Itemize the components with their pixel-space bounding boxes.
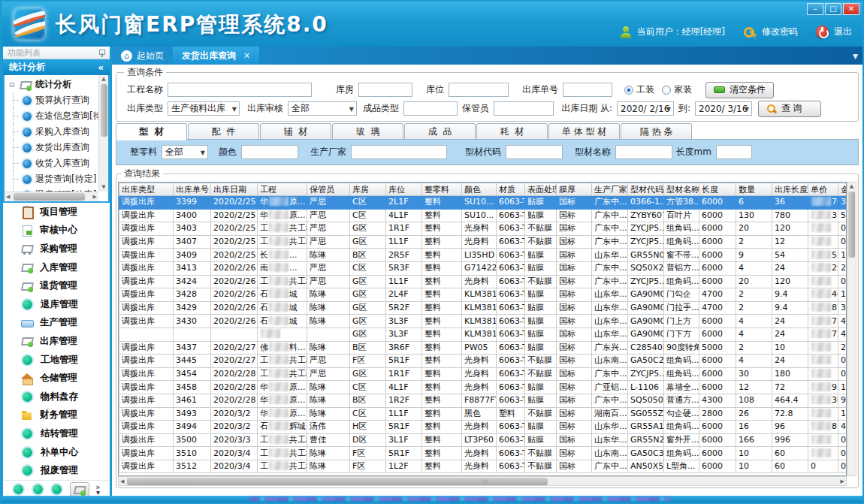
collapse-button[interactable]: « (98, 62, 104, 73)
whole-part-combobox[interactable]: 全部▼ (162, 145, 208, 159)
material-tab-单体型材[interactable]: 单 体 型 材 (548, 123, 620, 140)
table-row[interactable]: 调拨出库34942020/3/2石辉城汤伟H区5R1F整料光身料6063-T5贴… (119, 421, 847, 434)
material-tab-隔热条[interactable]: 隔 热 条 (621, 123, 692, 140)
column-header-表面处理[interactable]: 表面处理 (525, 183, 557, 196)
profile-name-input[interactable] (615, 145, 672, 159)
tab-close-icon[interactable]: ✕ (243, 51, 250, 61)
cart-mini-button[interactable] (70, 482, 89, 496)
sidebar-item-项目管理[interactable]: 项目管理 (3, 203, 110, 222)
column-header-出库类型[interactable]: 出库类型 (119, 183, 174, 196)
material-tab-辅材[interactable]: 辅 材 (260, 123, 331, 140)
project-name-input[interactable] (168, 83, 312, 97)
tree-item-收货入库查询[interactable]: 收货入库查询 (6, 155, 98, 171)
table-row[interactable]: 调拨出库34452020/2/27工共工程严思F区5R1F整料光身料6063-T… (119, 355, 847, 368)
table-row[interactable]: 调拨出库34372020/2/27佛料...陈琳B区3R6F整料PW056063… (119, 341, 847, 355)
audit-combobox[interactable]: 全部▼ (288, 101, 357, 116)
table-row[interactable]: 调拨出库34092020/2/25长...陈琳B区2R5F整料LI35HD606… (119, 249, 847, 262)
tree-item-发货出库查询[interactable]: 发货出库查询 (6, 140, 98, 155)
tab-shipment-query[interactable]: 发货出库查询 ✕ (173, 47, 259, 65)
column-header-型材代码[interactable]: 型材代码 (628, 183, 664, 196)
sidebar-item-报废管理[interactable]: 报废管理 (3, 461, 110, 480)
sidebar-item-结转管理[interactable]: 结转管理 (3, 424, 110, 443)
location-input[interactable] (449, 83, 509, 97)
search-button[interactable]: 查 询 (758, 101, 821, 117)
sidebar-item-采购管理[interactable]: 采购管理 (3, 240, 110, 258)
sidebar-item-仓储管理[interactable]: 仓储管理 (3, 369, 110, 388)
column-header-出库长度[interactable]: 出库长度 (772, 183, 808, 196)
material-tab-玻璃[interactable]: 玻 璃 (332, 123, 403, 140)
table-row[interactable]: 调拨出库35102020/3/4工共工程陈琳F区5R1F整料光身料6063-T5… (119, 447, 847, 460)
column-header-出库日期[interactable]: 出库日期 (211, 183, 258, 196)
column-header-库位[interactable]: 库位 (386, 183, 422, 196)
column-header-工程[interactable]: 工程 (258, 183, 307, 196)
circle-icon[interactable] (52, 484, 62, 494)
table-row[interactable]: 调拨出库34292020/2/26石城陈琳G区5R2F整料KLM38176063… (119, 301, 847, 315)
column-header-膜厚[interactable]: 膜厚 (557, 183, 592, 196)
sidebar-item-物料盘存[interactable]: 物料盘存 (3, 388, 110, 406)
clear-conditions-button[interactable]: 清空条件 (705, 82, 774, 98)
circle-icon[interactable] (33, 484, 43, 494)
sidebar-item-生产管理[interactable]: 生产管理 (3, 314, 110, 333)
material-tab-配件[interactable]: 配 件 (188, 123, 259, 140)
column-header-长度[interactable]: 长度 (699, 183, 736, 196)
profile-code-input[interactable] (506, 145, 563, 159)
table-horizontal-scrollbar[interactable]: ◀ ⦙⦙⦙ ▶ (118, 476, 847, 486)
column-header-整零料[interactable]: 整零料 (422, 183, 462, 196)
out-type-combobox[interactable]: 生产领料出库▼ (168, 101, 240, 116)
material-tab-型材[interactable]: 型 材 (116, 123, 187, 140)
tree-item-在途信息查询[待[interactable]: 在途信息查询[待 (6, 108, 98, 124)
column-header-出库单号[interactable]: 出库单号 (174, 183, 211, 196)
minimize-button[interactable]: – (807, 3, 823, 15)
table-row[interactable]: 调拨出库34072020/2/25工共工程严思G区1L1F整料光身料6063-T… (119, 235, 847, 249)
close-button[interactable]: ✕ (843, 3, 859, 15)
column-header-生产厂家[interactable]: 生产厂家 (592, 183, 628, 196)
column-header-型材名称[interactable]: 型材名称 (664, 183, 699, 196)
table-row[interactable]: G区3L3F整料KLM38176063-T5贴膜国标山东华...GA90M09.… (119, 327, 847, 341)
date-to-picker[interactable]: 2020/ 3/16▼ (695, 101, 752, 116)
pin-icon[interactable] (98, 49, 105, 57)
material-tab-耗材[interactable]: 耗 材 (476, 123, 548, 140)
table-row[interactable]: 调拨出库34302020/2/26石城陈琳G区3L3F整料KLM38176063… (119, 315, 847, 328)
factory-input[interactable] (351, 145, 447, 159)
tree-root-statistics[interactable]: ⊟统计分析 (6, 77, 98, 92)
table-row[interactable]: 调拨出库34542020/2/28工共工程严思G区1R1F整料光身料6063-T… (119, 367, 847, 381)
sidebar-item-补单中心[interactable]: 补单中心 (3, 443, 110, 462)
length-input[interactable] (716, 145, 752, 159)
table-row[interactable]: 调拨出库34002020/2/25华原...严思C区4L1F整料SU10...6… (119, 209, 847, 222)
table-row[interactable]: 调拨出库34932020/3/2华原...陈琳C区1L1F整料黑色塑料不贴膜国标… (119, 407, 847, 421)
sidebar-item-出库管理[interactable]: 出库管理 (3, 332, 110, 351)
column-header-保管员[interactable]: 保管员 (307, 183, 350, 196)
sidebar-item-入库管理[interactable]: 入库管理 (3, 258, 110, 277)
table-row[interactable]: 调拨出库34032020/2/25工共工程严思G区1R1F整料光身料6063-T… (119, 222, 847, 236)
column-header-数量[interactable]: 数量 (736, 183, 772, 196)
radio-gongzhuang[interactable]: 工装 (624, 83, 654, 96)
sidebar-item-退库管理[interactable]: 退库管理 (3, 295, 110, 314)
column-header-单价[interactable]: 单价 (808, 183, 838, 196)
column-header-颜色[interactable]: 颜色 (462, 183, 497, 196)
tree-item-预算执行查询[interactable]: 预算执行查询 (6, 92, 98, 108)
column-header-库房[interactable]: 库房 (350, 183, 386, 196)
tab-list-dropdown-icon[interactable]: ▼ (853, 53, 858, 60)
color-input[interactable] (241, 145, 298, 159)
keeper-input[interactable] (494, 101, 554, 116)
sidebar-item-工地管理[interactable]: 工地管理 (3, 351, 110, 370)
sidebar-item-退货管理[interactable]: 退货管理 (3, 276, 110, 295)
change-password-button[interactable]: 修改密码 (762, 26, 798, 38)
warehouse-input[interactable] (358, 83, 412, 97)
table-row[interactable]: 调拨出库34282020/2/26石城陈琳G区2L4F整料KLM38176063… (119, 288, 847, 302)
sidebar-item-财务管理[interactable]: 财务管理 (3, 406, 110, 425)
table-row[interactable]: 调拨出库34582020/2/28华原...陈琳C区4L1F整料光身料6063-… (119, 381, 847, 394)
product-type-input[interactable] (403, 101, 458, 116)
table-row[interactable]: 调拨出库34612020/2/28华原...陈琳B区1R2F整料F8877FT6… (119, 394, 847, 407)
logout-button[interactable]: 退出 (834, 26, 852, 38)
table-row[interactable]: 调拨出库35122020/3/4工共工程陈琳F区1L2F整料光身料6063-T5… (119, 460, 847, 473)
more-items-button[interactable]: »▾ (95, 484, 100, 495)
circle-icon[interactable] (14, 484, 23, 494)
table-row[interactable]: 调拨出库34132020/2/26南...严思C区5R3F整料G71422606… (119, 261, 847, 275)
tree-item-采购入库查询[interactable]: 采购入库查询 (6, 124, 98, 140)
sidebar-item-审核中心[interactable]: 审核中心 (3, 222, 110, 240)
table-row[interactable]: 调拨出库34242020/2/26工共工程严思G区1L1F整料光身料6063-T… (119, 275, 847, 288)
date-from-picker[interactable]: 2020/ 2/16▼ (617, 101, 674, 116)
tree-expander-icon[interactable]: ⊟ (9, 81, 16, 89)
table-row[interactable]: 调拨出库35002020/3/3工共工程曹佳D区3L1F整料LT3P606063… (119, 433, 847, 447)
